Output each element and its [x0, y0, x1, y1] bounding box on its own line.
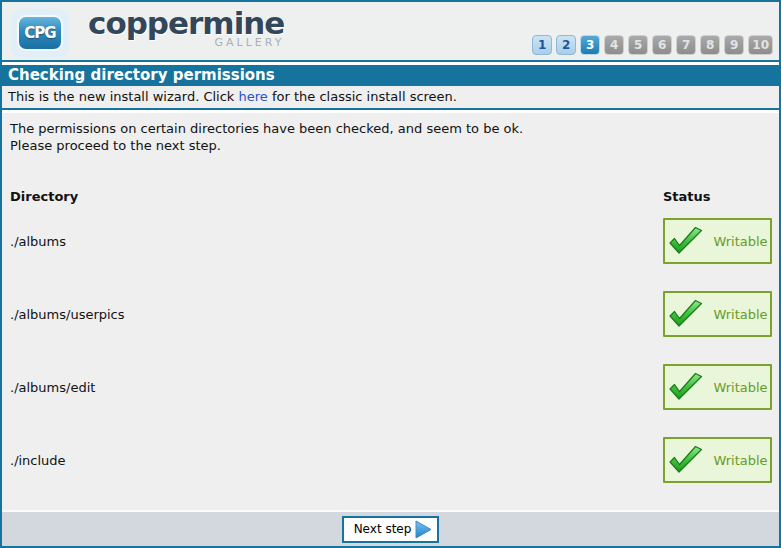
cpg-logo-text: CPG	[17, 15, 63, 51]
header: CPG coppermine GALLERY 12345678910	[2, 2, 779, 62]
page-title: Checking directory permissions	[2, 65, 779, 86]
table-header: Directory Status	[10, 189, 772, 204]
intro-line-1: The permissions on certain directories h…	[10, 120, 772, 137]
step-box-9[interactable]: 9	[724, 35, 744, 55]
step-indicator: 12345678910	[532, 35, 773, 55]
next-step-button[interactable]: Next step	[342, 516, 440, 543]
directory-path: ./albums/edit	[10, 380, 663, 395]
table-row: ./albums/userpics Writable	[10, 291, 772, 337]
directory-path: ./include	[10, 453, 663, 468]
step-box-6[interactable]: 6	[652, 35, 672, 55]
step-box-7[interactable]: 7	[676, 35, 696, 55]
status-label: Writable	[713, 307, 767, 322]
step-box-5[interactable]: 5	[628, 35, 648, 55]
next-step-label: Next step	[354, 522, 412, 536]
checkmark-icon	[667, 372, 704, 403]
directory-path: ./albums/userpics	[10, 307, 663, 322]
table-row: ./include Writable	[10, 437, 772, 483]
step-box-3[interactable]: 3	[580, 35, 600, 55]
arrow-right-icon	[415, 520, 432, 539]
classic-install-link[interactable]: here	[239, 89, 268, 104]
status-badge: Writable	[663, 437, 772, 483]
permission-rows: ./albums Writable ./albums/userpics	[10, 218, 772, 483]
checkmark-icon	[667, 299, 704, 330]
step-box-1[interactable]: 1	[532, 35, 552, 55]
footer: Next step	[2, 510, 779, 546]
info-bar: This is the new install wizard. Click he…	[2, 86, 779, 109]
status-badge: Writable	[663, 364, 772, 410]
cpg-logo-icon: CPG	[10, 8, 70, 58]
step-box-2[interactable]: 2	[556, 35, 576, 55]
main-content: The permissions on certain directories h…	[2, 113, 779, 510]
column-header-directory: Directory	[10, 189, 663, 204]
brand-tagline: GALLERY	[214, 36, 284, 49]
table-row: ./albums/edit Writable	[10, 364, 772, 410]
column-header-status: Status	[663, 189, 772, 204]
step-box-8[interactable]: 8	[700, 35, 720, 55]
directory-path: ./albums	[10, 234, 663, 249]
status-label: Writable	[713, 453, 767, 468]
info-text-after: for the classic install screen.	[268, 89, 457, 104]
step-box-10[interactable]: 10	[748, 35, 773, 55]
status-badge: Writable	[663, 291, 772, 337]
brand-wordmark: coppermine GALLERY	[88, 8, 284, 49]
brand-name: coppermine	[88, 8, 284, 38]
brand-logo: CPG coppermine GALLERY	[10, 8, 284, 58]
install-wizard-page: CPG coppermine GALLERY 12345678910 Check…	[0, 0, 781, 548]
info-text-before: This is the new install wizard. Click	[8, 89, 239, 104]
status-badge: Writable	[663, 218, 772, 264]
intro-line-2: Please proceed to the next step.	[10, 137, 772, 154]
status-label: Writable	[713, 380, 767, 395]
table-row: ./albums Writable	[10, 218, 772, 264]
status-label: Writable	[713, 234, 767, 249]
step-box-4[interactable]: 4	[604, 35, 624, 55]
checkmark-icon	[667, 445, 704, 476]
checkmark-icon	[667, 226, 704, 257]
